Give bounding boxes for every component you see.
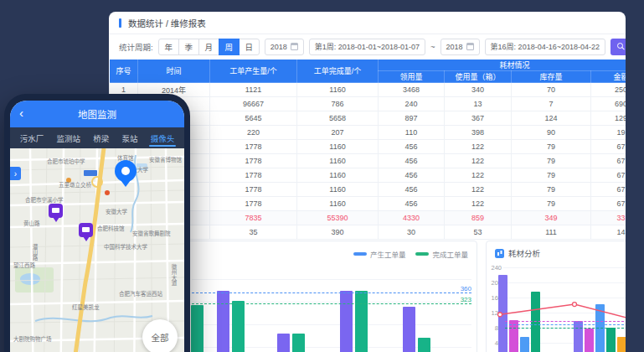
table-cell: 90 [512,126,591,140]
map-label: 望江西路 [13,261,35,269]
col-header-group: 耗材情况 [379,60,626,71]
table-cell: 1778 [210,140,297,154]
table-cell: 14 [591,225,626,240]
table-cell: 67 [591,168,626,183]
table-cell: 456 [379,197,445,211]
table-cell: 110 [379,126,445,140]
camera-pin[interactable] [79,223,93,237]
map-label: 合肥汽车客运西站 [119,289,162,298]
col-header-completed: 工单完成量/个 [297,60,379,83]
table-cell: 4330 [379,211,445,225]
workorder-bar-chart: 产生工单量完成工单量360323 [186,241,477,352]
table-cell: 79 [512,140,591,154]
table-cell: 122 [445,197,512,211]
consumables-chart-title: 耗材分析 [495,247,540,259]
end-range-input[interactable]: 第16周: 2018-04-16~2018-04-22 [485,39,605,55]
map-view[interactable]: › 合肥市琥珀中学体育馆安徽农业大学安徽省博物馆五里墩立交桥合肥市宁溪小学安徽大… [10,148,184,352]
table-cell: 33 [591,211,626,225]
segment-日[interactable]: 日 [239,39,260,55]
tab-桥梁[interactable]: 桥梁 [91,127,111,148]
table-cell: 1160 [297,140,379,154]
map-label: 徽州大道 [169,264,178,286]
table-cell: 1778 [210,154,297,168]
start-year-select[interactable]: 2018 [265,39,304,55]
reference-line: 360 [192,292,471,293]
table-cell: 129 [591,111,626,126]
table-cell: 122 [445,183,512,197]
table-cell: 3468 [379,83,445,97]
table-cell: 240 [379,97,445,111]
table-cell: 456 [379,154,445,168]
table-cell: 398 [445,126,512,140]
table-cell: 96667 [210,97,297,111]
phone-mockup: ‹ 地图监测 污水厂监测站桥梁泵站摄像头 [4,94,190,352]
tab-泵站[interactable]: 泵站 [121,127,140,148]
breadcrumb-accent-bar [119,18,121,28]
selected-location-pin[interactable] [115,160,137,182]
table-cell: 122 [445,140,512,154]
col-header-created: 工单产生量/个 [210,60,297,83]
tab-污水厂[interactable]: 污水厂 [18,127,46,148]
consumables-chart: 耗材分析 2402001601208040 [486,241,626,352]
table-cell: 1160 [297,154,379,168]
bar-产生工单量 [217,291,229,352]
table-cell: 67 [591,154,626,168]
filter-label: 统计周期: [119,41,153,53]
table-cell: 1160 [297,168,379,183]
table-cell: 367 [445,111,512,126]
table-cell: 7835 [210,211,297,225]
camera-pin[interactable] [49,204,63,218]
query-button[interactable]: 查询 [611,39,626,55]
chart-legend: 产生工单量完成工单量 [353,249,468,259]
start-year-value: 2018 [270,43,287,51]
map-label: 大剧院购物广场 [13,334,52,343]
table-row: 12014年11211160346834070250 [110,83,626,97]
bar-完成工单量 [292,334,305,352]
table-cell: 5645 [210,111,297,126]
table-cell: 35 [210,225,297,240]
col-header-index: 序号 [110,60,138,83]
table-cell: 690 [591,97,626,111]
back-icon[interactable]: ‹ [19,106,23,119]
col-subheader-0: 领用量 [379,71,445,83]
segment-月[interactable]: 月 [198,39,219,55]
search-icon [617,43,625,50]
legend-label: 产生工单量 [370,249,406,259]
map-label: 安徽省博物馆 [149,155,182,163]
period-segmented-control: 年季月周日 [158,39,260,55]
legend-label: 完成工单量 [432,249,468,259]
map-expander-button[interactable]: › [10,167,21,180]
table-cell: 55390 [297,211,379,225]
filter-bar: 统计周期: 年季月周日 2018 第1周: 2018-01-01~2018-01… [109,34,626,59]
table-cell: 67 [591,140,626,154]
table-cell: 13 [445,97,512,111]
legend-dash-icon [353,252,367,256]
tab-摄像头[interactable]: 摄像头 [149,127,177,148]
bar-产生工单量 [340,291,353,352]
phone-screen: ‹ 地图监测 污水厂监测站桥梁泵站摄像头 [10,101,184,352]
calendar-icon [466,43,474,50]
table-cell: 70 [512,83,591,97]
map-label: 黄山路 [23,219,40,227]
tab-监测站[interactable]: 监测站 [54,127,82,148]
segment-年[interactable]: 年 [158,39,179,55]
end-range-value: 第16周: 2018-04-16~2018-04-22 [491,41,600,52]
table-cell: 250 [591,83,626,97]
table-cell: 1160 [297,183,379,197]
bar-完成工单量 [418,338,430,352]
table-cell: 897 [379,111,445,126]
reference-line: 323 [192,303,471,304]
show-all-button[interactable]: 全部 [142,319,178,352]
start-range-input[interactable]: 第1周: 2018-01-01~2018-01-07 [309,39,425,55]
table-cell: 79 [512,168,591,183]
map-label: 红星美凯龙 [72,303,100,311]
table-cell: 456 [379,140,445,154]
end-year-select[interactable]: 2018 [440,39,480,55]
table-cell: 390 [297,225,379,240]
page-background: 数据统计 / 维修报表 统计周期: 年季月周日 2018 第1周: 2018-0… [0,0,644,352]
table-cell: 859 [445,211,512,225]
table-cell: 67 [591,183,626,197]
segment-季[interactable]: 季 [178,39,199,55]
map-label: 合肥科技馆 [97,224,125,232]
segment-周[interactable]: 周 [219,39,240,55]
